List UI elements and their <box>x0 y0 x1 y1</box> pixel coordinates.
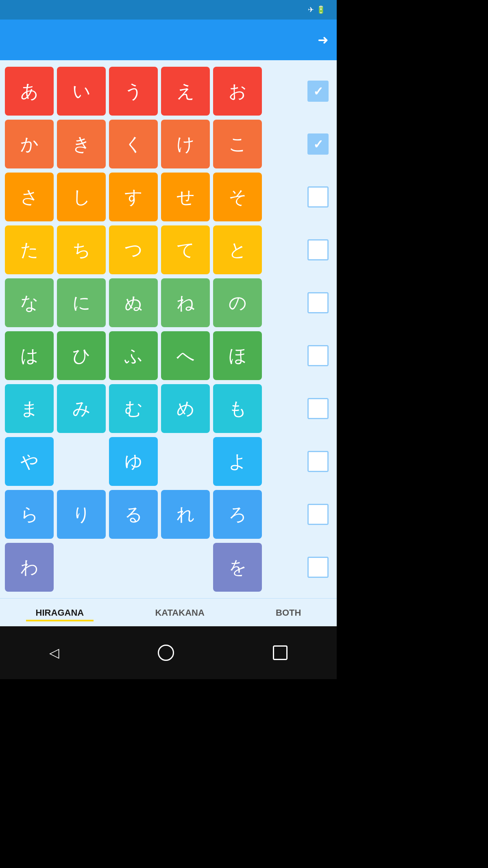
kana-btn-row-ya-4[interactable]: よ <box>213 437 262 486</box>
kana-btn-row-ka-4[interactable]: こ <box>213 120 262 168</box>
kana-row-row-na: なにぬねの <box>5 278 332 327</box>
kana-row-row-ya: やゆよ <box>5 437 332 486</box>
home-button[interactable] <box>158 645 174 661</box>
kana-btn-row-ka-1[interactable]: き <box>57 120 106 168</box>
checkbox-area-row-a <box>304 77 332 105</box>
kana-btn-row-a-0[interactable]: あ <box>5 67 54 116</box>
kana-btn-row-sa-4[interactable]: そ <box>213 173 262 221</box>
kana-btn-row-ma-2[interactable]: む <box>109 384 158 433</box>
kana-btn-row-na-0[interactable]: な <box>5 278 54 327</box>
checkbox-row-ma[interactable] <box>307 398 329 419</box>
kana-grid-row-ka: かきくけこ <box>5 120 301 168</box>
kana-btn-row-ra-0[interactable]: ら <box>5 490 54 539</box>
kana-btn-row-ra-4[interactable]: ろ <box>213 490 262 539</box>
kana-row-row-ha: はひふへほ <box>5 331 332 380</box>
checkbox-area-row-ya <box>304 448 332 475</box>
kana-btn-row-ka-2[interactable]: く <box>109 120 158 168</box>
go-button[interactable]: ➜ <box>318 32 329 48</box>
kana-btn-row-a-4[interactable]: お <box>213 67 262 116</box>
kana-btn-row-ha-1[interactable]: ひ <box>57 331 106 380</box>
kana-row-row-ka: かきくけこ <box>5 120 332 168</box>
kana-btn-row-ya-2[interactable]: ゆ <box>109 437 158 486</box>
kana-grid-row-wa: わを <box>5 543 301 592</box>
checkbox-row-ta[interactable] <box>307 239 329 260</box>
kana-btn-row-ta-2[interactable]: つ <box>109 225 158 274</box>
nav-bar: ◁ <box>0 626 337 679</box>
kana-btn-row-ta-3[interactable]: て <box>161 225 210 274</box>
checkbox-area-row-ra <box>304 501 332 528</box>
checkbox-row-a[interactable] <box>307 81 329 102</box>
kana-btn-row-a-2[interactable]: う <box>109 67 158 116</box>
kana-row-row-ra: らりるれろ <box>5 490 332 539</box>
tab-katakana[interactable]: KATAKANA <box>145 606 214 621</box>
checkbox-area-row-ha <box>304 342 332 370</box>
checkbox-row-na[interactable] <box>307 292 329 313</box>
checkbox-area-row-na <box>304 289 332 317</box>
checkbox-area-row-sa <box>304 183 332 211</box>
kana-btn-row-sa-3[interactable]: せ <box>161 173 210 221</box>
battery-icon: 🔋 <box>316 5 325 14</box>
kana-grid-row-sa: さしすせそ <box>5 173 301 221</box>
tab-both[interactable]: BOTH <box>266 606 311 621</box>
kana-grid-row-ya: やゆよ <box>5 437 301 486</box>
toolbar: ➜ <box>0 20 337 60</box>
checkbox-area-row-ta <box>304 236 332 264</box>
kana-row-row-sa: さしすせそ <box>5 173 332 221</box>
kana-btn-row-wa-4[interactable]: を <box>213 543 262 592</box>
checkbox-area-row-ma <box>304 395 332 422</box>
status-icons: ✈ 🔋 <box>308 5 325 14</box>
back-button[interactable]: ◁ <box>49 645 59 660</box>
kana-btn-row-ta-1[interactable]: ち <box>57 225 106 274</box>
kana-btn-row-a-1[interactable]: い <box>57 67 106 116</box>
checkbox-row-ka[interactable] <box>307 133 329 155</box>
kana-row-row-ta: たちつてと <box>5 225 332 274</box>
status-bar: ✈ 🔋 <box>0 0 337 20</box>
kana-btn-row-na-4[interactable]: の <box>213 278 262 327</box>
kana-btn-row-ha-4[interactable]: ほ <box>213 331 262 380</box>
airplane-icon: ✈ <box>308 5 314 14</box>
recents-button[interactable] <box>273 645 288 660</box>
kana-btn-row-sa-1[interactable]: し <box>57 173 106 221</box>
kana-btn-row-na-1[interactable]: に <box>57 278 106 327</box>
kana-btn-row-ma-3[interactable]: め <box>161 384 210 433</box>
kana-grid-row-na: なにぬねの <box>5 278 301 327</box>
kana-btn-row-ka-0[interactable]: か <box>5 120 54 168</box>
checkbox-row-ra[interactable] <box>307 504 329 525</box>
kana-btn-row-ma-1[interactable]: み <box>57 384 106 433</box>
bottom-tabs: HIRAGANAKATAKANABOTH <box>0 598 337 626</box>
kana-row-row-ma: まみむめも <box>5 384 332 433</box>
kana-grid-row-ta: たちつてと <box>5 225 301 274</box>
kana-btn-row-sa-2[interactable]: す <box>109 173 158 221</box>
kana-grid-row-a: あいうえお <box>5 67 301 116</box>
kana-btn-row-ta-4[interactable]: と <box>213 225 262 274</box>
go-arrow-icon: ➜ <box>318 32 329 48</box>
kana-btn-row-wa-0[interactable]: わ <box>5 543 54 592</box>
checkbox-row-ha[interactable] <box>307 345 329 366</box>
kana-btn-row-ya-0[interactable]: や <box>5 437 54 486</box>
kana-btn-row-ta-0[interactable]: た <box>5 225 54 274</box>
kana-btn-row-ma-4[interactable]: も <box>213 384 262 433</box>
kana-btn-row-sa-0[interactable]: さ <box>5 173 54 221</box>
kana-grid-row-ma: まみむめも <box>5 384 301 433</box>
kana-btn-row-ra-2[interactable]: る <box>109 490 158 539</box>
main-content: あいうえおかきくけこさしすせそたちつてとなにぬねのはひふへほまみむめもやゆよらり… <box>0 60 337 598</box>
checkbox-area-row-wa <box>304 553 332 581</box>
kana-grid-row-ra: らりるれろ <box>5 490 301 539</box>
kana-btn-row-ka-3[interactable]: け <box>161 120 210 168</box>
checkbox-row-wa[interactable] <box>307 557 329 578</box>
kana-grid-row-ha: はひふへほ <box>5 331 301 380</box>
kana-btn-row-ha-3[interactable]: へ <box>161 331 210 380</box>
checkbox-row-ya[interactable] <box>307 451 329 472</box>
kana-btn-row-a-3[interactable]: え <box>161 67 210 116</box>
checkbox-area-row-ka <box>304 130 332 158</box>
tab-hiragana[interactable]: HIRAGANA <box>26 606 94 621</box>
kana-btn-row-na-2[interactable]: ぬ <box>109 278 158 327</box>
checkbox-row-sa[interactable] <box>307 186 329 208</box>
kana-btn-row-ma-0[interactable]: ま <box>5 384 54 433</box>
kana-row-row-a: あいうえお <box>5 67 332 116</box>
kana-btn-row-ra-1[interactable]: り <box>57 490 106 539</box>
kana-btn-row-ra-3[interactable]: れ <box>161 490 210 539</box>
kana-btn-row-ha-0[interactable]: は <box>5 331 54 380</box>
kana-btn-row-na-3[interactable]: ね <box>161 278 210 327</box>
kana-btn-row-ha-2[interactable]: ふ <box>109 331 158 380</box>
